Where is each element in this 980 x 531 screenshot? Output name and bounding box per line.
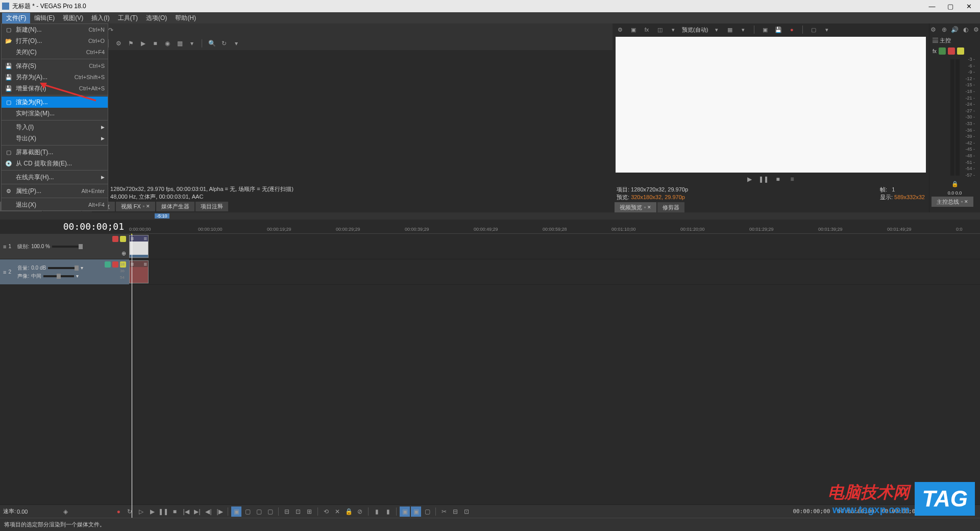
preview-grid-icon[interactable]: ▦ — [725, 25, 734, 34]
preview-pause-icon[interactable]: ❚❚ — [759, 175, 768, 184]
preview-record-icon[interactable]: ● — [787, 25, 796, 34]
menu-item[interactable]: ⚙属性(P)...Alt+Enter — [2, 185, 108, 197]
close-button[interactable]: ✕ — [965, 3, 973, 10]
preview-dropdown-icon[interactable]: ▾ — [669, 25, 678, 34]
track-mute-icon[interactable] — [112, 236, 118, 242]
menu-item[interactable]: 在线共享(H)...▶ — [2, 172, 108, 183]
tab-master-bus[interactable]: 主控总线 ▫ ✕ — [932, 197, 973, 207]
menu-file[interactable]: 文件(F) — [2, 13, 30, 23]
preview-save-icon[interactable]: 💾 — [774, 25, 783, 34]
menu-edit[interactable]: 编辑(E) — [30, 13, 59, 23]
record-icon[interactable]: ● — [113, 506, 124, 517]
master-speaker-icon[interactable]: 🔊 — [951, 25, 959, 34]
play-icon[interactable]: ▶ — [138, 39, 148, 48]
prev-frame-icon[interactable]: ◀| — [203, 506, 213, 517]
tab-video-preview[interactable]: 视频预览 ▫ ✕ — [615, 202, 656, 212]
refresh-icon[interactable]: ↻ — [219, 39, 229, 48]
more-icon[interactable]: ▾ — [232, 39, 241, 48]
track-fx-icon[interactable] — [105, 261, 111, 268]
master-settings-icon[interactable]: ⚙ — [972, 25, 980, 34]
go-end-icon[interactable]: ▶| — [192, 506, 202, 517]
play-icon[interactable]: ▶ — [147, 506, 157, 517]
menu-item[interactable]: 导入(I)▶ — [2, 122, 108, 133]
gear-icon[interactable]: ⚙ — [114, 39, 123, 48]
track-mute-icon[interactable] — [112, 261, 118, 268]
minimize-button[interactable]: — — [928, 3, 936, 10]
tool-select-icon[interactable]: ▢ — [254, 506, 264, 517]
preview-dd2-icon[interactable]: ▾ — [712, 25, 721, 34]
maximize-button[interactable]: ▢ — [946, 3, 954, 10]
preview-split-icon[interactable]: ◫ — [655, 25, 665, 34]
preview-quality-label[interactable]: 预览(自动) — [682, 26, 708, 34]
pause-icon[interactable]: ❚❚ — [158, 506, 168, 517]
trim-icon[interactable]: ⊡ — [461, 506, 472, 517]
rate-center-icon[interactable]: ◈ — [60, 506, 70, 517]
menu-item[interactable]: 导出(X)▶ — [2, 133, 108, 144]
master-gear-icon[interactable]: ⚙ — [929, 25, 937, 34]
flag-icon[interactable]: ⚑ — [126, 39, 135, 48]
stop-icon[interactable]: ■ — [151, 39, 160, 48]
master-fx2-icon[interactable] — [948, 47, 955, 55]
master-fx1-icon[interactable] — [939, 47, 946, 55]
marker1-icon[interactable]: ▮ — [372, 506, 382, 517]
track-menu-icon[interactable]: ≡ — [3, 244, 6, 250]
menu-item[interactable]: 实时渲染(M)... — [2, 108, 108, 119]
preview-play-icon[interactable]: ▶ — [745, 175, 754, 184]
track-fx-icon[interactable]: ⊕ — [121, 250, 126, 257]
loop-icon[interactable]: ↻ — [125, 506, 135, 517]
next-frame-icon[interactable]: |▶ — [214, 506, 225, 517]
mode3-icon[interactable]: ▢ — [422, 506, 432, 517]
mode2-icon[interactable]: ▣ — [411, 506, 421, 517]
marker2-icon[interactable]: ▮ — [383, 506, 393, 517]
menu-item[interactable]: ▢渲染为(R)... — [2, 96, 108, 108]
preview-overlay-icon[interactable]: ▢ — [809, 25, 818, 34]
menu-options[interactable]: 选项(O) — [142, 13, 171, 23]
menu-item[interactable]: 💿从 CD 提取音频(E)... — [2, 158, 108, 169]
preview-copy-icon[interactable]: ▣ — [761, 25, 770, 34]
preview-stop-icon[interactable]: ■ — [773, 175, 782, 184]
tab-video-fx[interactable]: 视频 FX ▫ ✕ — [116, 202, 155, 211]
volume-slider[interactable] — [48, 267, 79, 269]
playhead[interactable] — [132, 234, 132, 518]
snap-icon[interactable]: ⊟ — [282, 506, 292, 517]
master-dim-icon[interactable]: ◐ — [962, 25, 969, 34]
stop-icon[interactable]: ■ — [169, 506, 180, 517]
tab-notes[interactable]: 项目注释 — [195, 202, 228, 211]
menu-item[interactable]: ▢屏幕截图(T)... — [2, 147, 108, 158]
tab-media-gen[interactable]: 媒体产生器 — [156, 202, 194, 211]
snap2-icon[interactable]: ⊡ — [293, 506, 303, 517]
timeline-ruler[interactable]: 0:00:00;0000:00:10;0000:00:19;2900:00:29… — [129, 220, 980, 234]
preview-menu-icon[interactable]: ≡ — [788, 175, 797, 184]
ignore-icon[interactable]: ⊘ — [355, 506, 365, 517]
play-start-icon[interactable]: ▷ — [136, 506, 146, 517]
menu-view[interactable]: 视图(V) — [59, 13, 87, 23]
track-solo-icon[interactable] — [120, 236, 126, 242]
pan-slider[interactable] — [43, 275, 74, 277]
tc-in[interactable]: 00:00:00;00 — [790, 508, 833, 515]
menu-tools[interactable]: 工具(T) — [114, 13, 142, 23]
marker-icon[interactable]: ◉ — [163, 39, 172, 48]
level-slider[interactable] — [52, 246, 83, 248]
menu-help[interactable]: 帮助(H) — [171, 13, 200, 23]
split-icon[interactable]: ⊟ — [450, 506, 460, 517]
preview-dd4-icon[interactable]: ▾ — [822, 25, 831, 34]
menu-item[interactable]: 💾增量保存(I)Ctrl+Alt+S — [2, 83, 108, 94]
lock-icon[interactable]: 🔒 — [951, 181, 959, 187]
preview-fx-icon[interactable]: fx — [642, 25, 651, 34]
cut-icon[interactable]: ✂ — [439, 506, 449, 517]
dropdown-icon[interactable]: ▾ — [187, 39, 197, 48]
autoripple-icon[interactable]: ⟲ — [321, 506, 331, 517]
track-menu-icon[interactable]: ≡ — [3, 269, 6, 275]
menu-item[interactable]: 关闭(C)Ctrl+F4 — [2, 46, 108, 58]
preview-dd3-icon[interactable]: ▾ — [739, 25, 748, 34]
go-start-icon[interactable]: |◀ — [181, 506, 191, 517]
menu-item[interactable]: 📂打开(O)...Ctrl+O — [2, 35, 108, 46]
tool-normal-icon[interactable]: ▣ — [231, 506, 241, 517]
timeline-marker[interactable]: -5:10 — [155, 213, 169, 219]
mode1-icon[interactable]: ▣ — [400, 506, 410, 517]
master-fx3-icon[interactable] — [957, 47, 964, 55]
grid-icon[interactable]: ▦ — [175, 39, 184, 48]
tab-trimmer[interactable]: 修剪器 — [657, 202, 684, 212]
menu-item[interactable]: ▢新建(N)...Ctrl+N — [2, 24, 108, 35]
snap3-icon[interactable]: ⊞ — [304, 506, 314, 517]
